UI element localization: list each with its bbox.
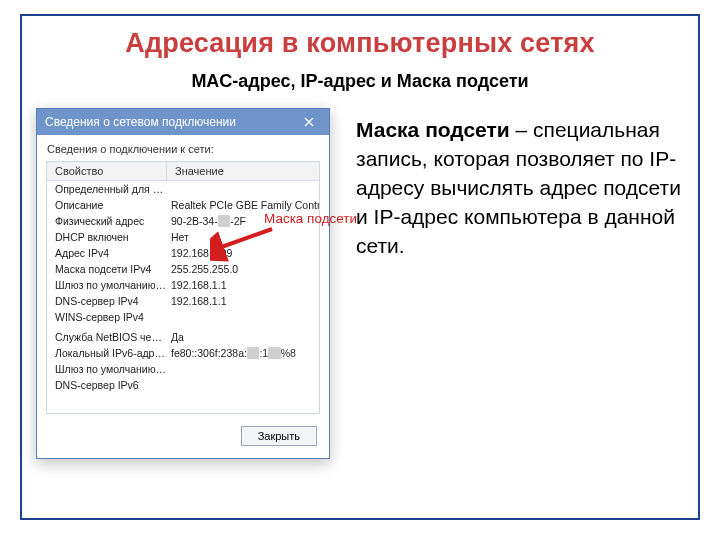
row-property: WINS-сервер IPv4 — [47, 309, 167, 325]
table-row[interactable]: Шлюз по умолчанию IP...192.168.1.1 — [47, 277, 319, 293]
row-property: Шлюз по умолчанию IP... — [47, 277, 167, 293]
header-property[interactable]: Свойство — [47, 162, 167, 180]
row-value — [167, 309, 319, 325]
row-property: Определенный для по... — [47, 181, 167, 197]
row-property: Описание — [47, 197, 167, 213]
row-value: Realtek PCIe GBE Family Controller — [167, 197, 319, 213]
grid-header: Свойство Значение — [47, 162, 319, 181]
table-row[interactable]: Маска подсети IPv4255.255.255.0 — [47, 261, 319, 277]
content-area: Сведения о сетевом подключении Сведения … — [36, 108, 684, 459]
dialog-titlebar: Сведения о сетевом подключении — [37, 109, 329, 135]
row-property: Шлюз по умолчанию IPv6 — [47, 361, 167, 377]
row-value — [167, 361, 319, 377]
table-row[interactable]: Локальный IPv6-адрес...fe80::306f:238a:x… — [47, 345, 319, 361]
row-value: fe80::306f:238a:xx:1xx%8 — [167, 345, 319, 361]
network-details-dialog: Сведения о сетевом подключении Сведения … — [36, 108, 330, 459]
table-row[interactable]: Шлюз по умолчанию IPv6 — [47, 361, 319, 377]
page-title: Адресация в компьютерных сетях — [36, 28, 684, 59]
definition-text: Маска подсети – специальная запись, кото… — [356, 108, 684, 459]
row-value: 192.168.1.1 — [167, 277, 319, 293]
redacted-segment: xx — [218, 215, 231, 227]
table-row[interactable]: DHCP включенНет — [47, 229, 319, 245]
window-close-button[interactable] — [289, 109, 329, 135]
row-property: DHCP включен — [47, 229, 167, 245]
row-value: 255.255.255.0 — [167, 261, 319, 277]
row-value: 192.168.1.99 — [167, 245, 319, 261]
properties-grid: Свойство Значение Определенный для по...… — [46, 161, 320, 414]
table-row[interactable]: DNS-сервер IPv4192.168.1.1 — [47, 293, 319, 309]
row-property: Служба NetBIOS через... — [47, 329, 167, 345]
row-property: Маска подсети IPv4 — [47, 261, 167, 277]
table-row[interactable]: ОписаниеRealtek PCIe GBE Family Controll… — [47, 197, 319, 213]
row-property: DNS-сервер IPv4 — [47, 293, 167, 309]
row-value — [167, 181, 319, 197]
dialog-subhead: Сведения о подключении к сети: — [37, 135, 329, 161]
row-property: Адрес IPv4 — [47, 245, 167, 261]
row-value: Да — [167, 329, 319, 345]
close-button[interactable]: Закрыть — [241, 426, 317, 446]
row-property: DNS-сервер IPv6 — [47, 377, 167, 393]
dialog-footer: Закрыть — [37, 414, 329, 458]
definition-term: Маска подсети — [356, 118, 510, 141]
table-row[interactable]: WINS-сервер IPv4 — [47, 309, 319, 325]
row-value: 90-2B-34-xx-2F — [167, 213, 319, 229]
row-value: Нет — [167, 229, 319, 245]
row-property: Физический адрес — [47, 213, 167, 229]
redacted-segment: xx — [268, 347, 281, 359]
page-subtitle: MAC-адрес, IP-адрес и Маска подсети — [36, 71, 684, 92]
table-row[interactable]: Адрес IPv4192.168.1.99 — [47, 245, 319, 261]
table-row[interactable]: Физический адрес90-2B-34-xx-2F — [47, 213, 319, 229]
table-row[interactable]: DNS-сервер IPv6 — [47, 377, 319, 393]
table-row[interactable]: Служба NetBIOS через...Да — [47, 329, 319, 345]
slide-frame: Адресация в компьютерных сетях MAC-адрес… — [20, 14, 700, 520]
header-value[interactable]: Значение — [167, 162, 319, 180]
row-property: Локальный IPv6-адрес... — [47, 345, 167, 361]
redacted-segment: xx — [247, 347, 260, 359]
close-icon — [304, 117, 314, 127]
row-value: 192.168.1.1 — [167, 293, 319, 309]
table-row[interactable]: Определенный для по... — [47, 181, 319, 197]
row-value — [167, 377, 319, 393]
dialog-title: Сведения о сетевом подключении — [45, 115, 236, 129]
grid-body: Определенный для по...ОписаниеRealtek PC… — [47, 181, 319, 413]
